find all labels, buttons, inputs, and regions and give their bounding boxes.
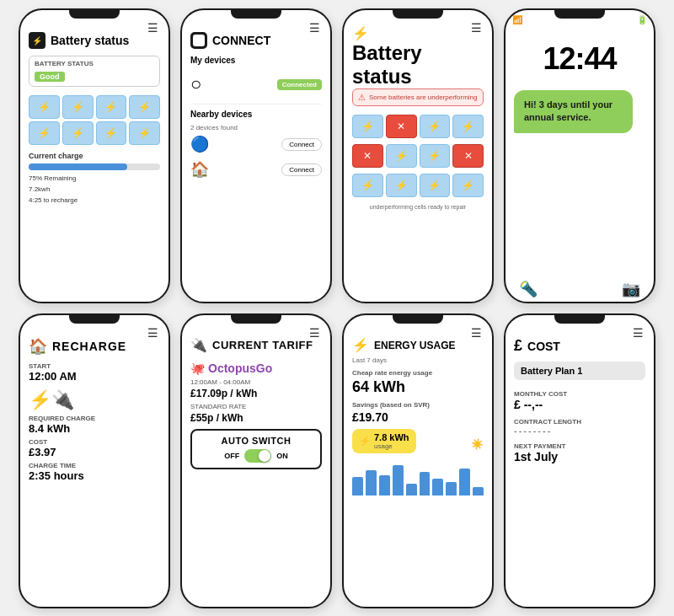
divider — [190, 104, 322, 104]
section-title: CONNECT — [190, 32, 322, 49]
battery-icon: ⚡ — [352, 25, 484, 41]
savings-value: £19.70 — [352, 410, 484, 424]
menu-icon[interactable]: ☰ — [471, 22, 482, 34]
battery-cell: ⚡ — [352, 174, 383, 197]
battery-grid-mid: ✕ ⚡ ⚡ ✕ — [352, 144, 484, 168]
octopus-row: 🐙 OctopusGo — [190, 362, 322, 375]
phone-battery-status: ☰ ⚡ Battery status Battery Status Good ⚡… — [19, 8, 170, 303]
required-row: REQUIRED CHARGE 8.4 kWh — [29, 415, 160, 435]
camera-icon[interactable]: 📷 — [622, 280, 640, 298]
battery-cell: ⚡ — [386, 174, 417, 197]
battery-cell: ⚡ — [420, 144, 451, 168]
battery-grid: ⚡ ⚡ ⚡ ⚡ ⚡ ⚡ ⚡ ⚡ — [29, 95, 160, 145]
toggle-on-label: ON — [276, 452, 288, 460]
wifi-icon: 📶 — [512, 15, 522, 24]
battery-status-box: Battery Status Good — [29, 56, 160, 87]
notch — [69, 315, 120, 324]
start-value: 12:00 AM — [29, 370, 160, 383]
current-charge-label: Current charge — [29, 152, 160, 160]
battery-cell: ⚡ — [29, 121, 60, 145]
cost-label: COST — [29, 438, 160, 446]
toggle-off-label: OFF — [224, 452, 239, 460]
section-title: ⚡ Battery status — [352, 25, 484, 88]
menu-icon[interactable]: ☰ — [309, 327, 320, 339]
bar — [352, 477, 363, 495]
toggle-knob — [259, 450, 270, 462]
underperform-label: underperforming cells ready to repair — [352, 204, 484, 210]
kwh-sub: usage — [374, 442, 409, 450]
menu-icon[interactable]: ☰ — [471, 327, 482, 339]
flashlight-icon[interactable]: 🔦 — [519, 280, 538, 298]
device-icon: ○ — [190, 73, 201, 95]
notch — [393, 10, 443, 19]
start-row: START 12:00 AM — [29, 362, 160, 383]
standard-label: STANDARD RATE — [190, 403, 322, 410]
phone-energy: ☰ ⚡ ENERGY USAGE Last 7 days Cheap rate … — [342, 313, 494, 608]
notch — [393, 315, 443, 324]
monthly-label: MONTHLY COST — [514, 390, 645, 398]
phone-recharge: ☰ 🏠 RECHARGE START 12:00 AM ⚡🔌 REQUIRED … — [19, 313, 170, 608]
section-title: 🏠 RECHARGE — [29, 337, 160, 356]
menu-icon[interactable]: ☰ — [147, 327, 158, 339]
bar — [366, 470, 377, 495]
cost-value: £3.97 — [29, 446, 160, 458]
cheap-rate-time: 12:00AM - 04:00AM — [190, 378, 322, 386]
section-title: £ COST — [514, 337, 645, 355]
section-title: 🔌 CURRENT TARIFF — [190, 337, 322, 353]
connect-icon — [190, 32, 207, 49]
notch — [231, 10, 281, 19]
charge-time-value: 2:35 hours — [29, 469, 160, 482]
battery-cell: ⚡ — [62, 121, 94, 145]
battery-cell: ⚡ — [420, 174, 451, 197]
battery-status-icon: 🔋 — [637, 15, 647, 24]
battery-cell: ⚡ — [386, 144, 417, 168]
standard-price: £55p / kWh — [190, 412, 322, 424]
battery-cell-bad: ✕ — [352, 144, 383, 168]
battery-grid-top: ⚡ ✕ ⚡ ⚡ — [352, 115, 484, 138]
notch — [231, 315, 281, 324]
clock-display: 12:44 — [506, 41, 654, 77]
nearby-device-row-2: 🏠 Connect — [190, 157, 322, 182]
energy-icon: ⚡ — [352, 337, 369, 353]
menu-icon[interactable]: ☰ — [633, 327, 644, 339]
cheap-rate-label: Cheap rate energy usage — [352, 369, 484, 377]
toggle-switch[interactable] — [244, 449, 271, 463]
cheap-rate-value: 64 kWh — [352, 378, 484, 396]
battery-cell: ⚡ — [29, 95, 60, 119]
required-label: REQUIRED CHARGE — [29, 415, 160, 422]
auto-switch-box: AUTO SWITCH OFF ON — [190, 429, 322, 469]
connected-badge: Connected — [277, 79, 322, 90]
page-title: COST — [527, 340, 560, 353]
menu-icon[interactable]: ☰ — [309, 22, 320, 34]
battery-cell: ⚡ — [96, 121, 127, 145]
warning-dot: ⚠ — [358, 93, 366, 102]
bar — [432, 479, 443, 495]
savings-label: Savings (based on SVR) — [352, 401, 484, 409]
battery-cell: ⚡ — [62, 95, 94, 119]
page-title: Battery status — [352, 41, 484, 88]
cost-row: COST £3.97 — [29, 438, 160, 458]
device-row: ○ Connected — [190, 70, 322, 99]
connect-button-1[interactable]: Connect — [281, 138, 322, 151]
bottom-icons: 🔦 📷 — [506, 273, 654, 302]
nearby-device-icon-1: 🔵 — [190, 135, 209, 153]
charge-bar-fill — [29, 163, 127, 170]
bar — [406, 484, 417, 495]
bar — [420, 472, 431, 495]
connect-button-2[interactable]: Connect — [281, 163, 322, 176]
tariff-name: OctopusGo — [208, 362, 272, 375]
nearby-count: 2 devices found — [190, 124, 322, 131]
phone-cost: ☰ £ COST Battery Plan 1 MONTHLY COST £ -… — [504, 313, 655, 608]
charge-time-row: CHARGE TIME 2:35 hours — [29, 462, 160, 482]
phone-clock: 📶 🔋 12:44 Hi! 3 days until your annual s… — [504, 8, 655, 303]
contract-label: CONTRACT LENGTH — [514, 418, 645, 426]
menu-icon[interactable]: ☰ — [147, 22, 158, 34]
bar — [393, 465, 404, 495]
battery-cell-bad: ✕ — [452, 144, 484, 168]
battery-cell-bad: ✕ — [386, 115, 417, 138]
battery-cell: ⚡ — [129, 121, 160, 145]
plan-name: Battery Plan 1 — [514, 362, 645, 380]
page-title: Battery status — [51, 34, 129, 47]
battery-cell: ⚡ — [452, 115, 484, 138]
phone-connect: ☰ CONNECT My devices ○ Connected — [180, 8, 332, 303]
